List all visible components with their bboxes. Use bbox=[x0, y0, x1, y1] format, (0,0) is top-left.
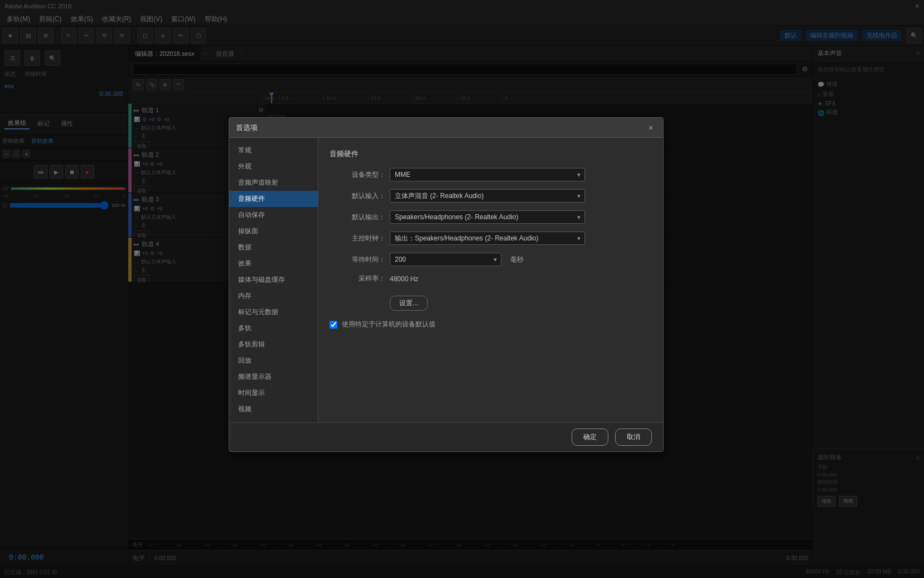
content-section-title: 音频硬件 bbox=[330, 149, 652, 159]
preferences-modal: 首选项 × 常规 外观 音频声道映射 音频硬件 自动保存 操纵面 数据 效果 媒… bbox=[229, 117, 664, 452]
nav-time-display[interactable]: 时间显示 bbox=[229, 385, 318, 401]
latency-label: 等待时间： bbox=[330, 255, 385, 264]
master-clock-row: 主控时钟： 输出：Speakers/Headphones (2- Realtek… bbox=[330, 232, 652, 245]
sample-rate-label: 采样率： bbox=[330, 274, 385, 283]
nav-auto-save[interactable]: 自动保存 bbox=[229, 207, 318, 223]
modal-content-area: 音频硬件 设备类型： MME ASIO WDM ▼ 默认输入： bbox=[318, 138, 663, 422]
modal-sidebar: 常规 外观 音频声道映射 音频硬件 自动保存 操纵面 数据 效果 媒体与磁盘缓存… bbox=[229, 138, 318, 422]
checkbox-row: 使用特定于计算机的设备默认值 bbox=[330, 320, 652, 329]
modal-header: 首选项 × bbox=[229, 118, 663, 138]
checkbox-label: 使用特定于计算机的设备默认值 bbox=[342, 320, 436, 329]
default-input-label: 默认输入： bbox=[330, 191, 385, 201]
modal-overlay: 首选项 × 常规 外观 音频声道映射 音频硬件 自动保存 操纵面 数据 效果 媒… bbox=[0, 0, 924, 578]
nav-multitrack[interactable]: 多轨 bbox=[229, 320, 318, 336]
default-input-select[interactable]: 立体声混音 (2- Realtek Audio) 麦克风 (2- Realtek… bbox=[390, 189, 585, 203]
latency-select[interactable]: 200 100 50 bbox=[390, 253, 501, 266]
nav-audio-channel[interactable]: 音频声道映射 bbox=[229, 175, 318, 191]
nav-audio-hardware[interactable]: 音频硬件 bbox=[229, 191, 318, 207]
device-defaults-checkbox[interactable] bbox=[330, 321, 337, 329]
nav-spectrum[interactable]: 频谱显示器 bbox=[229, 369, 318, 385]
default-output-select[interactable]: Speakers/Headphones (2- Realtek Audio) bbox=[390, 210, 585, 224]
latency-select-wrap: 200 100 50 ▼ bbox=[390, 253, 501, 266]
master-clock-label: 主控时钟： bbox=[330, 234, 385, 243]
settings-btn-container: 设置... bbox=[390, 291, 652, 311]
device-type-select-wrap: MME ASIO WDM ▼ bbox=[390, 168, 585, 181]
ok-btn[interactable]: 确定 bbox=[572, 428, 608, 446]
latency-row: 等待时间： 200 100 50 ▼ 毫秒 bbox=[330, 253, 652, 266]
master-clock-select-wrap: 输出：Speakers/Headphones (2- Realtek Audio… bbox=[390, 232, 585, 245]
master-clock-select[interactable]: 输出：Speakers/Headphones (2- Realtek Audio… bbox=[390, 232, 585, 245]
device-type-row: 设备类型： MME ASIO WDM ▼ bbox=[330, 168, 652, 181]
device-type-select[interactable]: MME ASIO WDM bbox=[390, 168, 585, 181]
nav-video[interactable]: 视频 bbox=[229, 401, 318, 417]
nav-media-cache[interactable]: 媒体与磁盘缓存 bbox=[229, 272, 318, 288]
sample-rate-row: 采样率： 48000 Hz bbox=[330, 274, 652, 283]
nav-appearance[interactable]: 外观 bbox=[229, 158, 318, 175]
sample-rate-value: 48000 Hz bbox=[390, 275, 418, 283]
default-output-label: 默认输出： bbox=[330, 213, 385, 222]
nav-markers[interactable]: 标记与元数据 bbox=[229, 304, 318, 320]
nav-multitrack-clip[interactable]: 多轨剪辑 bbox=[229, 336, 318, 353]
nav-general[interactable]: 常规 bbox=[229, 142, 318, 158]
modal-close-btn[interactable]: × bbox=[645, 122, 656, 133]
nav-control-surface[interactable]: 操纵面 bbox=[229, 223, 318, 239]
latency-unit: 毫秒 bbox=[510, 255, 524, 264]
device-type-label: 设备类型： bbox=[330, 170, 385, 180]
default-input-row: 默认输入： 立体声混音 (2- Realtek Audio) 麦克风 (2- R… bbox=[330, 189, 652, 203]
audio-settings-btn[interactable]: 设置... bbox=[390, 296, 428, 311]
default-input-select-wrap: 立体声混音 (2- Realtek Audio) 麦克风 (2- Realtek… bbox=[390, 189, 585, 203]
nav-data[interactable]: 数据 bbox=[229, 239, 318, 256]
nav-playback[interactable]: 回放 bbox=[229, 353, 318, 369]
nav-memory[interactable]: 内存 bbox=[229, 288, 318, 304]
default-output-select-wrap: Speakers/Headphones (2- Realtek Audio) ▼ bbox=[390, 210, 585, 224]
modal-body: 常规 外观 音频声道映射 音频硬件 自动保存 操纵面 数据 效果 媒体与磁盘缓存… bbox=[229, 138, 663, 422]
default-output-row: 默认输出： Speakers/Headphones (2- Realtek Au… bbox=[330, 210, 652, 224]
modal-title: 首选项 bbox=[236, 123, 645, 133]
nav-effects[interactable]: 效果 bbox=[229, 256, 318, 272]
modal-footer: 确定 取消 bbox=[229, 422, 663, 451]
cancel-btn[interactable]: 取消 bbox=[615, 428, 652, 446]
